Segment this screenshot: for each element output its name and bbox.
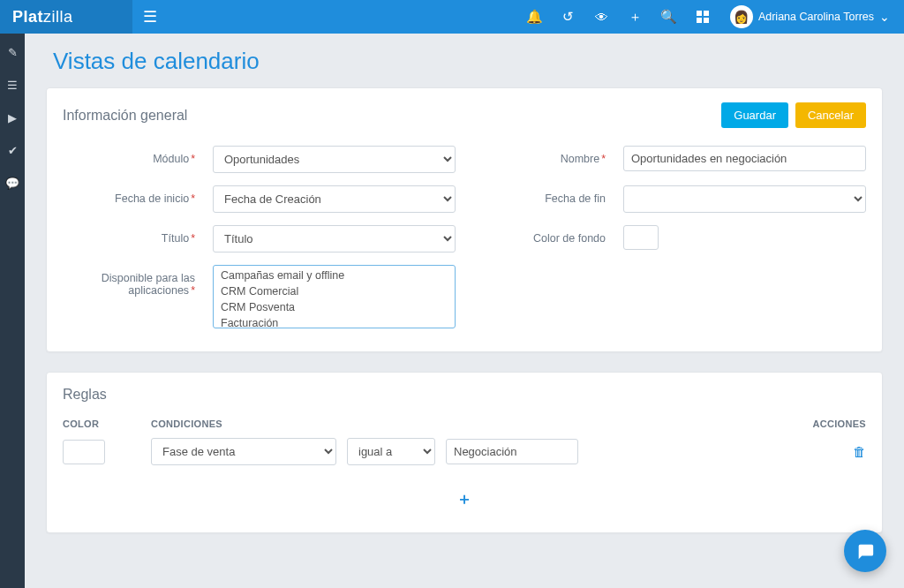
select-start-date[interactable]: Fecha de Creación — [213, 185, 456, 213]
label-module: Módulo* — [63, 146, 195, 165]
sidebar-item-play-icon[interactable]: ▶ — [8, 111, 17, 124]
app-option[interactable]: CRM Comercial — [214, 283, 455, 299]
add-rule-button[interactable]: ＋ — [456, 488, 472, 509]
sidebar-item-check-icon[interactable]: ✔ — [8, 144, 18, 157]
main-content: Vistas de calendario Información general… — [25, 34, 904, 588]
app-option[interactable]: Campañas email y offline — [214, 268, 455, 283]
search-icon[interactable]: 🔍 — [654, 0, 684, 34]
history-icon[interactable]: ↺ — [554, 0, 584, 34]
app-option[interactable]: Facturación — [214, 315, 455, 328]
sidebar-item-list-icon[interactable]: ☰ — [7, 79, 18, 92]
rules-header-conditions: CONDICIONES — [151, 418, 795, 429]
label-apps: Disponible para las aplicaciones* — [63, 265, 195, 297]
label-title: Título* — [63, 225, 195, 245]
page-title: Vistas de calendario — [53, 48, 883, 75]
topbar: Platzilla ☰ 🔔 ↺ 👁 ＋ 🔍 👩 Adriana Carolina… — [0, 0, 904, 34]
svg-rect-3 — [704, 18, 709, 23]
rules-header: COLOR CONDICIONES ACCIONES — [63, 418, 866, 429]
brand-logo-thin: zilla — [43, 8, 73, 26]
svg-rect-0 — [697, 11, 702, 16]
svg-rect-1 — [704, 11, 709, 16]
topbar-actions: 🔔 ↺ 👁 ＋ 🔍 👩 Adriana Carolina Torres ⌄ — [520, 0, 904, 34]
sidebar-item-chat-icon[interactable]: 💬 — [5, 177, 19, 190]
cancel-button[interactable]: Cancelar — [795, 102, 866, 128]
select-title[interactable]: Título — [213, 225, 456, 253]
input-bgcolor[interactable] — [623, 225, 659, 250]
left-sidebar: ✎ ☰ ▶ ✔ 💬 — [0, 34, 25, 588]
notifications-icon[interactable]: 🔔 — [520, 0, 550, 34]
label-start-date: Fecha de inicio* — [63, 185, 195, 205]
add-icon[interactable]: ＋ — [621, 0, 651, 34]
rule-field-select[interactable]: Fase de venta — [151, 438, 336, 465]
svg-rect-2 — [697, 18, 702, 23]
chat-fab[interactable] — [844, 530, 886, 572]
select-end-date[interactable] — [623, 185, 866, 213]
input-name[interactable] — [623, 146, 866, 171]
panel-rules-title: Reglas — [63, 387, 866, 403]
multiselect-apps[interactable]: Campañas email y offline CRM Comercial C… — [213, 265, 456, 328]
menu-toggle-icon[interactable]: ☰ — [132, 7, 168, 26]
sidebar-item-edit-icon[interactable]: ✎ — [8, 46, 18, 59]
brand-logo[interactable]: Platzilla — [0, 0, 132, 34]
rule-row: Fase de venta igual a 🗑 — [63, 438, 866, 465]
rule-operator-select[interactable]: igual a — [347, 438, 435, 465]
rule-color-picker[interactable] — [63, 440, 105, 464]
label-name: Nombre* — [473, 146, 606, 165]
user-name-label: Adriana Carolina Torres — [758, 11, 874, 23]
panel-general-info-title: Información general — [63, 108, 187, 124]
rules-header-color: COLOR — [63, 418, 151, 429]
user-menu[interactable]: 👩 Adriana Carolina Torres ⌄ — [721, 0, 899, 34]
app-option[interactable]: CRM Posventa — [214, 299, 455, 315]
visibility-icon[interactable]: 👁 — [587, 0, 617, 34]
rules-header-actions: ACCIONES — [795, 418, 866, 429]
chevron-down-icon: ⌄ — [879, 10, 890, 24]
label-bgcolor: Color de fondo — [473, 225, 606, 245]
panel-rules: Reglas COLOR CONDICIONES ACCIONES Fase d… — [46, 372, 883, 533]
apps-icon[interactable] — [688, 0, 718, 34]
avatar: 👩 — [730, 5, 753, 28]
rule-value-input[interactable] — [446, 439, 578, 464]
chat-bubble-icon — [855, 541, 875, 561]
panel-general-info: Información general Guardar Cancelar Mód… — [46, 87, 883, 352]
select-module[interactable]: Oportunidades — [213, 146, 456, 173]
save-button[interactable]: Guardar — [721, 102, 788, 128]
rule-delete-icon[interactable]: 🗑 — [853, 444, 866, 459]
brand-logo-strong: Plat — [12, 8, 43, 26]
label-end-date: Fecha de fin — [473, 185, 606, 205]
